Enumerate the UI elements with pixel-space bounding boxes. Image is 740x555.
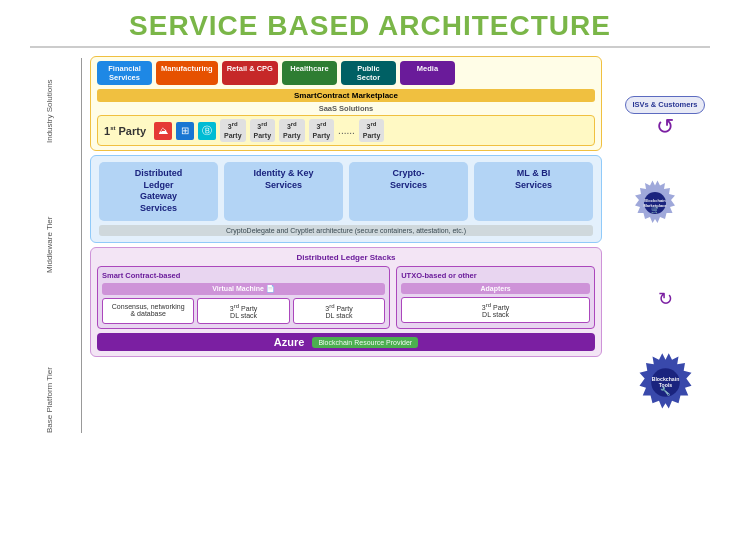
isv-bubble: ISVs & Customers <box>625 96 704 114</box>
third-party-dl-utxo: 3rd PartyDL stack <box>401 297 590 323</box>
marketplace-gear-container: Blockchain Marketplace 🛒 <box>630 178 700 248</box>
tools-gear-svg: Blockchain Tools 🔧 <box>633 350 698 415</box>
card-manufacturing: Manufacturing <box>156 61 218 85</box>
marketplace-gear-svg: Blockchain Marketplace 🛒 <box>630 178 680 228</box>
smart-contract-title: Smart Contract-based <box>102 271 385 280</box>
mw-crypto: Crypto-Services <box>349 162 468 221</box>
third-party-dl-1: 3rd PartyDL stack <box>197 298 289 324</box>
card-financial: FinancialServices <box>97 61 152 85</box>
middleware-layer: DistributedLedgerGatewayServices Identit… <box>90 155 602 243</box>
svg-text:Blockchain: Blockchain <box>644 197 666 202</box>
smart-base-cards: Consensus, networking& database 3rd Part… <box>102 298 385 324</box>
base-inner: Smart Contract-based Virtual Machine 📄 C… <box>97 266 595 329</box>
adapters-bar: Adapters <box>401 283 590 294</box>
smart-contract-section: Smart Contract-based Virtual Machine 📄 C… <box>97 266 390 329</box>
saas-row: 1st Party ⛰ ⊞ Ⓑ 3rdParty 3rdParty 3rdPar… <box>97 115 595 146</box>
third-party-dl-2: 3rd PartyDL stack <box>293 298 385 324</box>
right-panel: ISVs & Customers ↺ Blockchain Marketplac… <box>610 56 720 435</box>
svg-text:🛒: 🛒 <box>651 204 660 213</box>
party-dots: ...... <box>338 125 355 136</box>
utxo-base-cards: 3rd PartyDL stack <box>401 297 590 323</box>
card-public: PublicSector <box>341 61 396 85</box>
blockchain-resource-label: Blockchain Resource Provider <box>312 337 418 348</box>
distributed-ledger-title: Distributed Ledger Stacks <box>97 253 595 262</box>
azure-text: Azure <box>274 336 305 348</box>
azure-bar: Azure Blockchain Resource Provider <box>97 333 595 351</box>
industry-layer: FinancialServices Manufacturing Retail &… <box>90 56 602 151</box>
architecture-diagram: FinancialServices Manufacturing Retail &… <box>90 56 602 435</box>
party-badge-3: 3rdParty <box>279 119 305 142</box>
page: SERVICE BASED ARCHITECTURE Industry Solu… <box>0 0 740 555</box>
cryptodelegate-bar: CryptoDelegate and Cryptlet architecture… <box>99 225 593 236</box>
industry-label: Industry Solutions <box>20 58 82 143</box>
party-badge-5: 3rdParty <box>359 119 385 142</box>
first-party-label: 1st Party <box>104 125 146 137</box>
svg-text:Blockchain: Blockchain <box>651 376 679 382</box>
page-title: SERVICE BASED ARCHITECTURE <box>129 10 611 42</box>
title-divider <box>30 46 710 48</box>
utxo-section: UTXO-based or other Adapters 3rd PartyDL… <box>396 266 595 329</box>
card-media: Media <box>400 61 455 85</box>
tools-gear-container: Blockchain Tools 🔧 <box>633 350 698 415</box>
main-content: Industry Solutions Middleware Tier Base … <box>20 56 720 435</box>
vm-bar: Virtual Machine 📄 <box>102 283 385 295</box>
card-healthcare: Healthcare <box>282 61 337 85</box>
mw-distributed-ledger: DistributedLedgerGatewayServices <box>99 162 218 221</box>
base-label: Base Platform Tier <box>20 273 82 433</box>
icon-windows: ⊞ <box>176 122 194 140</box>
saas-label: SaaS Solutions <box>97 104 595 113</box>
utxo-title: UTXO-based or other <box>401 271 590 280</box>
middleware-label: Middleware Tier <box>20 143 82 273</box>
smartcontract-bar: SmartContract Marketplace <box>97 89 595 102</box>
icon-mountain: ⛰ <box>154 122 172 140</box>
mw-ml-bi: ML & BIServices <box>474 162 593 221</box>
curved-arrow-up: ↺ <box>656 116 674 138</box>
party-badge-1: 3rdParty <box>220 119 246 142</box>
party-badge-4: 3rdParty <box>309 119 335 142</box>
tier-labels: Industry Solutions Middleware Tier Base … <box>20 56 82 435</box>
card-retail: Retail & CPG <box>222 61 278 85</box>
party-badge-2: 3rdParty <box>250 119 276 142</box>
middleware-cards: DistributedLedgerGatewayServices Identit… <box>99 162 593 221</box>
consensus-card: Consensus, networking& database <box>102 298 194 324</box>
icon-bing: Ⓑ <box>198 122 216 140</box>
curved-arrow-down: ↻ <box>658 288 673 310</box>
industry-cards-row: FinancialServices Manufacturing Retail &… <box>97 61 595 85</box>
svg-text:🔧: 🔧 <box>660 386 671 397</box>
mw-identity: Identity & KeyServices <box>224 162 343 221</box>
base-layer: Distributed Ledger Stacks Smart Contract… <box>90 247 602 357</box>
isv-section: ISVs & Customers ↺ <box>625 96 704 138</box>
